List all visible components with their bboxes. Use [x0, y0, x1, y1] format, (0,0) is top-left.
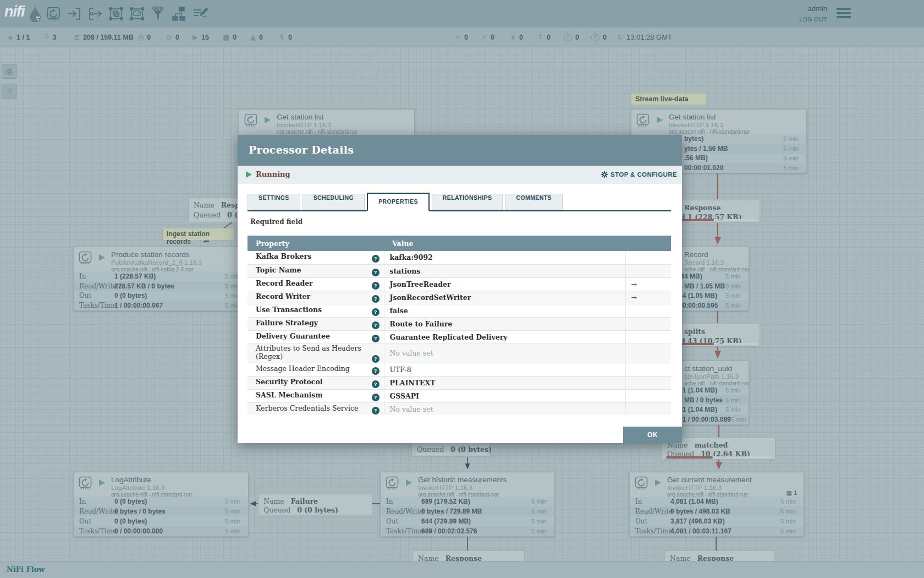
run-status-icon: [99, 254, 105, 261]
canvas-label-ingest-station-records[interactable]: Ingest station records: [162, 228, 234, 241]
help-icon[interactable]: ?: [372, 335, 380, 342]
property-value[interactable]: JsonTreeReader: [390, 280, 451, 288]
status-clustered-nodes: ◈1 / 1: [8, 28, 30, 47]
processor-icon: [244, 113, 258, 128]
processor-logattribute[interactable]: LogAttribute LogAttribute 1.16.3 org.apa…: [73, 472, 249, 537]
help-icon[interactable]: ?: [372, 321, 380, 329]
status-active-threads: ⠿3: [44, 28, 56, 47]
queue-size-bar: [472, 453, 487, 455]
canvas-hand-button[interactable]: ☝: [2, 84, 16, 99]
ok-button[interactable]: OK: [623, 427, 682, 443]
property-value[interactable]: Guarantee Replicated Delivery: [390, 333, 508, 341]
queue-count-bar: [677, 343, 718, 345]
tab-comments[interactable]: COMMENTS: [505, 194, 562, 210]
menu-icon[interactable]: [837, 8, 851, 20]
processor-type: LogAttribute 1.16.3: [111, 484, 164, 491]
help-icon[interactable]: ?: [372, 355, 380, 363]
processor-type: InvokeHTTP 1.16.3: [667, 484, 722, 491]
run-status-icon: [406, 479, 412, 486]
drag-input-port-icon[interactable]: [67, 6, 82, 21]
cluster-badge: ▦ 1: [786, 489, 797, 497]
property-row: Use Transactions? false: [248, 304, 671, 317]
processor-icon: [635, 476, 649, 490]
status-sync-failure: ×0: [455, 28, 468, 47]
processor-icon: [386, 476, 400, 490]
property-value[interactable]: kafka:9092: [390, 253, 433, 261]
drag-process-group-icon[interactable]: [108, 6, 124, 21]
processor-type: InvokeHTTP 1.16.3: [669, 122, 723, 128]
breadcrumb[interactable]: NiFi Flow: [7, 565, 45, 574]
drag-output-port-icon[interactable]: [87, 6, 103, 21]
status-total-queued: ≣208 / 159.11 MB: [74, 28, 134, 47]
nifi-logo: nifi: [4, 3, 25, 20]
property-value[interactable]: No value set: [390, 405, 433, 413]
status-refresh[interactable]: ↻13:01:28 GMT: [617, 28, 672, 47]
processor-title: LogAttribute: [111, 476, 151, 484]
tab-settings[interactable]: SETTINGS: [248, 194, 300, 210]
drag-label-icon[interactable]: [192, 6, 207, 21]
help-icon[interactable]: ?: [372, 295, 380, 303]
help-icon[interactable]: ?: [372, 282, 380, 290]
help-icon[interactable]: ?: [372, 367, 380, 375]
property-value[interactable]: No value set: [390, 349, 433, 357]
property-row: Record Reader? JsonTreeReader →: [248, 277, 671, 291]
tab-relationships[interactable]: RELATIONSHIPS: [432, 194, 503, 210]
drag-funnel-icon[interactable]: [150, 6, 166, 21]
tab-properties[interactable]: PROPERTIES: [367, 193, 430, 211]
help-icon[interactable]: ?: [372, 255, 380, 263]
tab-scheduling[interactable]: SCHEDULING: [302, 194, 365, 210]
canvas-label-stream-live-data[interactable]: Stream live-data: [631, 93, 707, 105]
queue-size-bar: [723, 343, 757, 345]
help-icon[interactable]: ?: [372, 269, 380, 276]
property-row: Kerberos Credentials Service? No value s…: [248, 402, 671, 415]
drag-remote-process-group-icon[interactable]: [129, 6, 145, 21]
flow-status-bar: ◈1 / 1 ⠿3 ≣208 / 159.11 MB ◎0 ⊘0 ▶15 ■0 …: [0, 28, 924, 47]
help-icon[interactable]: ?: [372, 407, 380, 415]
dialog-header: Processor Details: [238, 135, 682, 166]
property-value[interactable]: Route to Failure: [390, 320, 453, 328]
processor-get-historic-measurements[interactable]: Get historic measurements InvokeHTTP 1.1…: [380, 472, 555, 537]
property-value[interactable]: UTF-8: [390, 366, 411, 374]
property-value[interactable]: stations: [390, 267, 421, 275]
canvas-target-button[interactable]: ◎: [2, 64, 16, 79]
property-value[interactable]: JsonRecordSetWriter: [390, 293, 471, 302]
go-to-service-icon[interactable]: →: [631, 280, 637, 288]
help-icon[interactable]: ?: [372, 394, 380, 401]
property-row: Record Writer? JsonRecordSetWriter →: [248, 291, 671, 304]
run-status-icon: [99, 479, 105, 486]
property-row: Failure Strategy? Route to Failure: [248, 317, 671, 330]
app-header: nifi admin LOG OUT: [0, 0, 924, 28]
queue-count-bar: [677, 219, 718, 221]
property-row: Topic Name? stations: [248, 264, 671, 277]
column-property: Property: [248, 236, 384, 251]
logout-link[interactable]: LOG OUT: [781, 16, 827, 23]
processor-type: InvokeHTTP 1.16.3: [277, 122, 331, 128]
processor-produce-station-records[interactable]: Produce station records PublishKafkaReco…: [73, 247, 249, 311]
processor-icon: [79, 251, 93, 265]
processor-title: Record: [684, 250, 708, 259]
help-icon[interactable]: ?: [372, 308, 380, 316]
dialog-tabs: SETTINGS SCHEDULING PROPERTIES RELATIONS…: [248, 193, 671, 211]
status-transmitting: ◎0: [138, 28, 151, 47]
drag-processor-icon[interactable]: [46, 6, 61, 21]
stat-value: .56 MB): [684, 154, 708, 162]
processor-type: InvokeHTTP 1.16.3: [418, 484, 472, 491]
status-running: ▶15: [193, 28, 209, 47]
property-value[interactable]: false: [390, 307, 408, 315]
status-help: ?0: [591, 28, 607, 47]
go-to-service-icon[interactable]: →: [631, 293, 637, 302]
status-not-transmitting: ⊘0: [166, 28, 179, 47]
property-value[interactable]: PLAINTEXT: [390, 379, 436, 387]
queue-size-bar: [725, 456, 771, 459]
queue-size-bar: [723, 219, 757, 221]
drag-template-icon[interactable]: [171, 6, 186, 21]
property-value[interactable]: GSSAPI: [390, 392, 419, 400]
connection-label-failure[interactable]: NameFailure Queued0 (0 bytes): [258, 494, 372, 515]
status-locally-modified: ∗0: [510, 28, 523, 47]
processor-get-current-measurement[interactable]: Get current measurement InvokeHTTP 1.16.…: [629, 472, 804, 537]
dialog-status-row: Running STOP & CONFIGURE: [238, 166, 682, 184]
stop-and-configure-button[interactable]: STOP & CONFIGURE: [601, 171, 677, 178]
help-icon[interactable]: ?: [372, 380, 380, 388]
running-icon: [246, 171, 252, 178]
processor-details-dialog: Processor Details Running STOP & CONFIGU…: [238, 135, 682, 443]
